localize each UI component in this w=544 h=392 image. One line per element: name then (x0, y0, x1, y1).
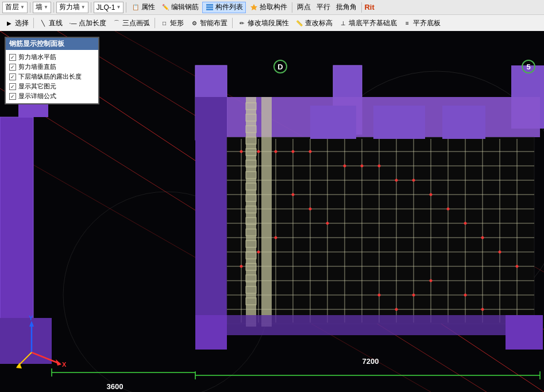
three-point-arc-label: 三点画弧 (122, 18, 150, 28)
align-bottom-icon: ≡ (403, 18, 412, 28)
component-list-btn[interactable]: 构件列表 (202, 2, 246, 13)
panel-item-1[interactable]: ✓剪力墙垂直筋 (9, 62, 95, 72)
svg-point-77 (395, 308, 398, 311)
select-icon: ▶ (5, 18, 14, 28)
edit-rebar-label: 编辑钢筋 (171, 2, 199, 12)
floor-dropdown[interactable]: 首层 (2, 2, 28, 13)
svg-point-55 (257, 150, 260, 153)
align-bottom-btn[interactable]: ≡ 平齐底板 (400, 17, 443, 29)
angle-label: 批角角 (336, 2, 357, 12)
svg-point-81 (481, 308, 484, 311)
svg-point-74 (257, 251, 260, 254)
svg-text:D: D (277, 63, 283, 71)
svg-point-57 (292, 150, 295, 153)
svg-rect-0 (206, 4, 213, 6)
svg-rect-106 (195, 315, 227, 350)
smart-layout-icon: ⚙ (190, 18, 199, 28)
check-height-btn[interactable]: 📏 查改标高 (292, 17, 335, 29)
id-dropdown[interactable]: JLQ-1 (94, 2, 124, 13)
svg-point-76 (378, 294, 381, 297)
svg-text:X: X (62, 361, 67, 368)
rect-btn[interactable]: □ 矩形 (157, 17, 186, 29)
sep8 (155, 18, 155, 28)
edit-rebar-icon: ✏️ (161, 3, 170, 12)
element-dropdown[interactable]: 墙 (33, 2, 51, 13)
svg-rect-83 (261, 97, 272, 327)
panel-checkbox-4[interactable]: ✓ (9, 93, 16, 100)
svg-point-59 (344, 165, 346, 168)
panel-item-2[interactable]: ✓下层墙纵筋的露出长度 (9, 72, 95, 81)
wall-bottom-btn[interactable]: ⊥ 墙底平齐基础底 (336, 17, 399, 29)
svg-point-61 (378, 165, 381, 168)
sep1 (30, 2, 30, 13)
svg-point-65 (447, 208, 450, 211)
panel-item-label-4: 显示详细公式 (18, 92, 56, 100)
component-list-icon (205, 3, 214, 12)
panel-item-label-2: 下层墙纵筋的露出长度 (18, 72, 82, 81)
parallel-label: 平行 (317, 2, 330, 12)
line-btn[interactable]: ╲ 直线 (36, 17, 65, 29)
wall-bottom-label: 墙底平齐基础底 (349, 18, 397, 28)
wall-bottom-icon: ⊥ (338, 18, 348, 28)
sep4 (126, 2, 126, 13)
modify-wall-label: 修改墙段属性 (248, 18, 289, 28)
svg-point-66 (464, 222, 467, 225)
float-panel: 钢筋显示控制面板 ✓剪力墙水平筋✓剪力墙垂直筋✓下层墙纵筋的露出长度✓显示其它图… (5, 37, 99, 104)
toolbar-area: 首层 墙 剪力墙 JLQ-1 📋 属性 ✏️ 编辑钢筋 (0, 0, 544, 31)
sep7 (33, 18, 34, 28)
smart-layout-btn[interactable]: ⚙ 智能布置 (187, 17, 230, 29)
svg-marker-23 (195, 97, 227, 318)
two-point-btn[interactable]: 两点 (295, 2, 313, 13)
float-panel-body: ✓剪力墙水平筋✓剪力墙垂直筋✓下层墙纵筋的露出长度✓显示其它图元✓显示详细公式 (6, 50, 98, 103)
panel-item-label-0: 剪力墙水平筋 (18, 53, 56, 61)
svg-point-60 (361, 165, 364, 168)
check-height-icon: 📏 (295, 18, 304, 28)
pick-component-btn[interactable]: 拾取构件 (247, 2, 290, 13)
sep2 (53, 2, 54, 13)
float-panel-title: 钢筋显示控制面板 (6, 38, 98, 50)
rit-label: Rit (364, 3, 374, 11)
type-dropdown[interactable]: 剪力墙 (56, 2, 88, 13)
edit-rebar-btn[interactable]: ✏️ 编辑钢筋 (159, 2, 201, 13)
property-label: 属性 (141, 2, 155, 12)
svg-text:3600: 3600 (107, 382, 124, 391)
panel-checkbox-0[interactable]: ✓ (9, 54, 16, 61)
point-length-label: 点加长度 (79, 18, 106, 28)
panel-checkbox-2[interactable]: ✓ (9, 73, 16, 80)
type-label: 剪力墙 (59, 2, 80, 12)
arc-icon: ⌒ (112, 18, 121, 28)
svg-point-69 (516, 265, 519, 268)
svg-point-58 (309, 150, 312, 153)
svg-rect-105 (195, 315, 540, 335)
angle-btn[interactable]: 批角角 (334, 2, 359, 13)
svg-text:5: 5 (526, 63, 530, 71)
modify-wall-btn[interactable]: ✏ 修改墙段属性 (235, 17, 291, 29)
panel-checkbox-1[interactable]: ✓ (9, 64, 16, 71)
svg-point-78 (412, 294, 415, 297)
panel-item-0[interactable]: ✓剪力墙水平筋 (9, 52, 95, 62)
component-list-label: 构件列表 (215, 2, 243, 12)
svg-point-79 (430, 280, 433, 282)
align-bottom-label: 平齐底板 (413, 18, 441, 28)
line-label: 直线 (49, 18, 63, 28)
panel-item-3[interactable]: ✓显示其它图元 (9, 81, 95, 91)
select-btn[interactable]: ▶ 选择 (2, 17, 31, 29)
three-point-arc-btn[interactable]: ⌒ 三点画弧 (110, 17, 152, 29)
svg-point-70 (292, 193, 295, 196)
svg-text:Y: Y (29, 315, 33, 321)
panel-item-4[interactable]: ✓显示详细公式 (9, 91, 95, 101)
svg-point-56 (275, 150, 277, 153)
property-btn[interactable]: 📋 属性 (129, 2, 157, 13)
property-icon: 📋 (131, 3, 140, 12)
smart-layout-label: 智能布置 (200, 18, 227, 28)
svg-rect-107 (506, 315, 543, 350)
sep3 (91, 2, 91, 13)
point-length-btn[interactable]: ·— 点加长度 (66, 17, 109, 29)
viewport[interactable]: 2 3 D 5 3600 7200 Y X 钢筋显示控制面板 ✓剪力墙水平筋✓剪… (0, 31, 544, 392)
svg-point-62 (395, 179, 398, 182)
panel-checkbox-3[interactable]: ✓ (9, 83, 16, 90)
svg-rect-82 (246, 97, 256, 327)
two-point-label: 两点 (297, 2, 311, 12)
parallel-btn[interactable]: 平行 (314, 2, 333, 13)
panel-item-label-1: 剪力墙垂直筋 (18, 63, 56, 71)
